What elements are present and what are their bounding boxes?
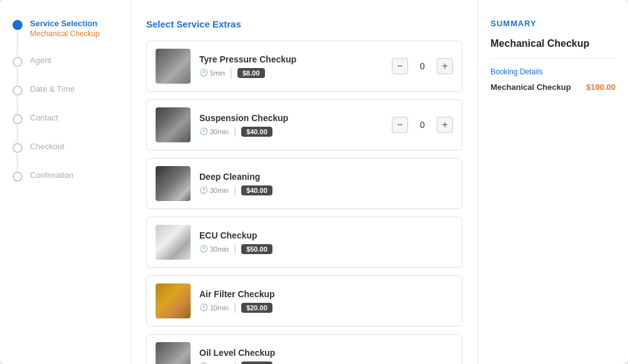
- sidebar-step-confirmation[interactable]: Confimation: [12, 170, 118, 182]
- qty-plus-suspension[interactable]: +: [437, 117, 453, 133]
- section-title: Select Service Extras: [146, 19, 462, 29]
- meta-separator: |: [234, 302, 236, 313]
- meta-separator: |: [234, 361, 236, 365]
- summary-service-name: Mechanical Checkup: [491, 38, 616, 49]
- service-price-air-filter: $20.00: [241, 303, 272, 313]
- qty-plus-tyre-pressure[interactable]: +: [437, 58, 453, 74]
- booking-row: Mechanical Checkup $100.00: [491, 82, 616, 92]
- service-info-ecu-checkup: ECU Checkup🕐 30min|$50.00: [199, 230, 453, 255]
- meta-separator: |: [230, 67, 232, 79]
- service-duration-tyre-pressure: 🕐 5min: [199, 69, 225, 77]
- service-name-ecu-checkup: ECU Checkup: [199, 230, 453, 240]
- service-info-air-filter: Air Filter Checkup🕐 10min|$20.00: [199, 289, 453, 313]
- summary-title: SUMMARY: [491, 19, 616, 28]
- services-list: Tyre Pressure Checkup🕐 5min|$8.00−0+Susp…: [146, 41, 462, 364]
- service-info-deep-cleaning: Deep Cleaning🕐 30min|$40.00: [199, 172, 453, 196]
- sidebar-step-agent[interactable]: Agent: [12, 56, 118, 67]
- service-duration-ecu-checkup: 🕐 30min: [199, 245, 229, 253]
- sidebar: Service SelectionMechanical CheckupAgent…: [0, 0, 131, 364]
- booking-details-label: Booking Details: [491, 67, 616, 76]
- step-content-contact: Contact: [30, 113, 58, 122]
- qty-minus-suspension[interactable]: −: [392, 117, 408, 133]
- service-image-oil-level: [156, 342, 191, 364]
- step-title-confirmation: Confimation: [30, 170, 73, 180]
- service-image-deep-cleaning: [156, 166, 191, 201]
- service-name-tyre-pressure: Tyre Pressure Checkup: [199, 54, 392, 64]
- service-image-ecu-checkup: [156, 225, 191, 260]
- booking-service-name: Mechanical Checkup: [491, 82, 571, 92]
- main-content: Select Service Extras Tyre Pressure Chec…: [131, 0, 478, 364]
- service-price-tyre-pressure: $8.00: [237, 68, 265, 78]
- service-price-suspension: $40.00: [241, 127, 272, 137]
- service-meta-suspension: 🕐 30min|$40.00: [199, 126, 392, 137]
- service-price-oil-level: $15.00: [241, 362, 272, 365]
- step-content-agent: Agent: [30, 56, 51, 65]
- service-meta-tyre-pressure: 🕐 5min|$8.00: [199, 67, 392, 79]
- step-dot-service-selection: [12, 20, 22, 30]
- qty-minus-tyre-pressure[interactable]: −: [392, 58, 408, 74]
- service-info-suspension: Suspension Checkup🕐 30min|$40.00: [199, 113, 392, 137]
- qty-value-suspension: 0: [413, 120, 432, 130]
- service-image-suspension: [156, 107, 191, 142]
- service-card-oil-level: Oil Level Checkup🕐 10min|$15.00: [146, 334, 462, 364]
- service-meta-oil-level: 🕐 10min|$15.00: [199, 361, 453, 365]
- service-duration-suspension: 🕐 30min: [199, 127, 229, 135]
- clock-icon: 🕐: [199, 186, 208, 194]
- service-name-suspension: Suspension Checkup: [199, 113, 392, 123]
- service-info-tyre-pressure: Tyre Pressure Checkup🕐 5min|$8.00: [199, 54, 392, 79]
- service-meta-deep-cleaning: 🕐 30min|$40.00: [199, 185, 453, 196]
- meta-separator: |: [234, 185, 236, 196]
- sidebar-step-contact[interactable]: Contact: [12, 113, 118, 124]
- service-controls-tyre-pressure: −0+: [392, 58, 453, 74]
- service-price-ecu-checkup: $50.00: [241, 244, 272, 254]
- sidebar-step-checkout[interactable]: Checkout: [12, 142, 118, 153]
- step-dot-confirmation: [12, 172, 22, 182]
- step-content-checkout: Checkout: [30, 142, 64, 151]
- step-title-date-time: Date & Time: [30, 84, 75, 94]
- booking-price: $100.00: [586, 82, 616, 92]
- service-info-oil-level: Oil Level Checkup🕐 10min|$15.00: [199, 348, 453, 365]
- app-container: Service SelectionMechanical CheckupAgent…: [0, 0, 628, 364]
- step-title-checkout: Checkout: [30, 142, 64, 151]
- step-subtitle-service-selection: Mechanical Checkup: [30, 29, 99, 38]
- meta-separator: |: [234, 126, 236, 137]
- step-content-confirmation: Confimation: [30, 170, 73, 180]
- service-image-tyre-pressure: [156, 49, 191, 84]
- service-name-air-filter: Air Filter Checkup: [199, 289, 453, 299]
- service-card-tyre-pressure: Tyre Pressure Checkup🕐 5min|$8.00−0+: [146, 41, 462, 92]
- sidebar-step-date-time[interactable]: Date & Time: [12, 84, 118, 96]
- step-content-service-selection: Service SelectionMechanical Checkup: [30, 19, 99, 38]
- sidebar-step-service-selection[interactable]: Service SelectionMechanical Checkup: [12, 19, 118, 38]
- service-controls-suspension: −0+: [392, 117, 453, 133]
- step-dot-date-time: [12, 86, 22, 96]
- step-title-service-selection: Service Selection: [30, 19, 99, 28]
- service-duration-deep-cleaning: 🕐 30min: [199, 186, 229, 194]
- clock-icon: 🕐: [199, 127, 208, 135]
- clock-icon: 🕐: [199, 69, 208, 77]
- meta-separator: |: [234, 243, 236, 255]
- step-dot-checkout: [12, 143, 22, 153]
- step-dot-contact: [12, 114, 22, 124]
- clock-icon: 🕐: [199, 245, 208, 253]
- summary-divider: [491, 58, 616, 59]
- service-price-deep-cleaning: $40.00: [241, 185, 272, 195]
- service-name-deep-cleaning: Deep Cleaning: [199, 172, 453, 182]
- service-name-oil-level: Oil Level Checkup: [199, 348, 453, 358]
- service-meta-air-filter: 🕐 10min|$20.00: [199, 302, 453, 313]
- service-card-ecu-checkup: ECU Checkup🕐 30min|$50.00: [146, 217, 462, 268]
- service-card-suspension: Suspension Checkup🕐 30min|$40.00−0+: [146, 99, 462, 150]
- step-content-date-time: Date & Time: [30, 84, 75, 94]
- service-image-air-filter: [156, 283, 191, 318]
- service-card-air-filter: Air Filter Checkup🕐 10min|$20.00: [146, 275, 462, 327]
- step-title-agent: Agent: [30, 56, 51, 65]
- summary-panel: SUMMARY Mechanical Checkup Booking Detai…: [478, 0, 628, 364]
- service-card-deep-cleaning: Deep Cleaning🕐 30min|$40.00: [146, 158, 462, 209]
- step-title-contact: Contact: [30, 113, 58, 122]
- clock-icon: 🕐: [199, 303, 208, 312]
- step-dot-agent: [12, 57, 22, 67]
- service-duration-air-filter: 🕐 10min: [199, 303, 229, 312]
- qty-value-tyre-pressure: 0: [413, 61, 432, 71]
- service-meta-ecu-checkup: 🕐 30min|$50.00: [199, 243, 453, 255]
